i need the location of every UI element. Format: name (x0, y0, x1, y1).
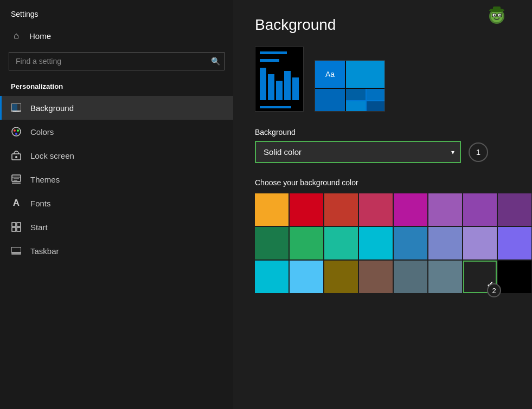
color-swatch[interactable] (324, 193, 358, 226)
background-dropdown[interactable]: Picture Solid color Slideshow (255, 141, 461, 163)
search-icon: 🔍 (211, 57, 220, 66)
sidebar-item-start[interactable]: Start (0, 215, 233, 239)
color-swatch[interactable] (290, 261, 323, 293)
sidebar-item-home[interactable]: ⌂ Home (0, 24, 233, 48)
svg-rect-16 (12, 223, 16, 226)
svg-rect-1 (12, 104, 17, 111)
sidebar-item-colors[interactable]: Colors (0, 120, 233, 144)
color-swatch[interactable] (463, 193, 497, 226)
home-icon: ⌂ (11, 30, 22, 41)
color-swatch[interactable] (255, 261, 289, 293)
color-swatch[interactable] (498, 193, 531, 226)
sidebar-item-lock-screen-label: Lock screen (30, 151, 74, 160)
sidebar-item-themes-label: Themes (30, 175, 60, 184)
color-swatch[interactable] (498, 261, 531, 293)
tile-bl (315, 89, 345, 112)
preview-right: Aa (315, 60, 385, 112)
svg-point-27 (499, 15, 501, 16)
sidebar-item-background-label: Background (30, 103, 74, 113)
color-swatch[interactable] (324, 261, 358, 293)
color-swatch[interactable] (394, 227, 427, 259)
color-swatch[interactable] (324, 227, 358, 259)
color-swatch[interactable] (498, 227, 531, 259)
start-icon (11, 222, 22, 232)
color-swatch[interactable]: ✓2 (463, 261, 497, 293)
background-icon (11, 102, 22, 113)
fonts-icon: A (11, 198, 22, 209)
sidebar-item-fonts[interactable]: A Fonts (0, 191, 233, 215)
color-swatch[interactable] (394, 193, 427, 226)
dropdown-row: Picture Solid color Slideshow ▾ 1 (255, 141, 510, 163)
sidebar-item-taskbar-label: Taskbar (30, 246, 59, 256)
home-label: Home (29, 31, 51, 41)
sidebar-item-colors-label: Colors (30, 127, 54, 137)
color-swatch[interactable] (428, 261, 462, 293)
svg-rect-17 (17, 223, 21, 226)
color-swatch[interactable] (290, 193, 323, 226)
sidebar-item-background[interactable]: Background (0, 96, 233, 120)
sidebar-item-start-label: Start (30, 223, 48, 232)
color-swatch[interactable] (359, 193, 393, 226)
page-title: Background (255, 16, 510, 34)
nav-items: Background Colors Lock scre (0, 96, 233, 263)
svg-rect-32 (493, 7, 501, 11)
svg-point-26 (494, 15, 496, 16)
sidebar-item-themes[interactable]: Themes (0, 167, 233, 191)
section-title: Personalization (0, 79, 233, 96)
sidebar-item-taskbar[interactable]: Taskbar (0, 239, 233, 263)
taskbar-icon (11, 245, 22, 256)
preview-row: Aa (255, 47, 510, 112)
tile-tr (346, 61, 385, 88)
svg-rect-20 (11, 247, 21, 252)
svg-rect-19 (17, 228, 21, 231)
lock-screen-icon (11, 150, 22, 161)
background-dropdown-wrapper: Picture Solid color Slideshow ▾ (255, 141, 461, 163)
tile-br (346, 89, 385, 112)
color-swatch[interactable] (359, 227, 393, 259)
color-swatch[interactable] (255, 193, 289, 226)
svg-point-7 (17, 129, 19, 132)
main-content: Background Aa (233, 0, 532, 409)
colors-icon (11, 126, 22, 137)
preview-left (255, 47, 304, 112)
color-swatch[interactable] (255, 227, 289, 259)
badge-2: 2 (487, 283, 501, 297)
mascot (483, 5, 510, 33)
background-dropdown-label: Background (255, 128, 510, 137)
tile-main: Aa (315, 61, 345, 88)
color-grid-label: Choose your background color (255, 178, 510, 187)
color-swatch[interactable] (290, 227, 323, 259)
svg-rect-18 (12, 228, 16, 231)
sidebar-item-fonts-label: Fonts (30, 199, 51, 208)
color-swatch[interactable] (428, 227, 462, 259)
sidebar-item-lock-screen[interactable]: Lock screen (0, 144, 233, 167)
color-grid: ✓2 (255, 193, 510, 293)
color-swatch[interactable] (359, 261, 393, 293)
color-swatch[interactable] (428, 193, 462, 226)
search-box: 🔍 (9, 52, 225, 70)
svg-point-8 (15, 133, 17, 135)
themes-icon (11, 174, 22, 185)
svg-rect-21 (11, 253, 21, 255)
svg-point-10 (15, 156, 17, 158)
svg-point-6 (14, 129, 16, 132)
sidebar: Settings ⌂ Home 🔍 Personalization Backgr… (0, 0, 233, 409)
search-input[interactable] (9, 52, 225, 70)
color-swatch[interactable] (463, 227, 497, 259)
color-swatch[interactable] (394, 261, 427, 293)
badge-1: 1 (469, 142, 488, 162)
app-title: Settings (0, 0, 233, 24)
